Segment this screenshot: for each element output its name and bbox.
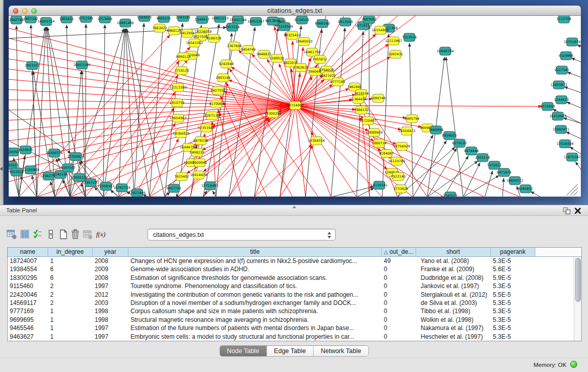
- float-panel-icon[interactable]: [563, 207, 571, 214]
- table-cell[interactable]: Estimation of significance thresholds fo…: [128, 274, 382, 282]
- graph-edge[interactable]: [571, 58, 581, 62]
- window-titlebar[interactable]: citations_edges.txt: [9, 6, 581, 16]
- graph-edge[interactable]: [165, 23, 183, 196]
- graph-node[interactable]: 9777169: [331, 78, 345, 86]
- column-header-pagerank[interactable]: pagerank: [491, 248, 535, 256]
- graph-node[interactable]: 9397587: [61, 164, 76, 172]
- table-row[interactable]: 911546021997Tourette syndrome. Phenomeno…: [8, 282, 581, 290]
- table-cell[interactable]: Nakamura et al. (1997): [416, 324, 491, 332]
- table-cell[interactable]: Tourette syndrome. Phenomenology and cla…: [128, 282, 382, 290]
- table-row[interactable]: 969969511998Structural magnetic resonanc…: [8, 316, 581, 324]
- graph-edge[interactable]: [503, 178, 504, 196]
- network-canvas[interactable]: 1872400720427881687342140557241905411875…: [9, 16, 581, 196]
- graph-node[interactable]: 1733426: [394, 185, 408, 193]
- table-cell[interactable]: 2009: [93, 265, 128, 273]
- table-cell[interactable]: 5.3E-5: [491, 282, 535, 290]
- graph-node[interactable]: 16648784: [437, 47, 453, 55]
- graph-node[interactable]: 2042788: [9, 16, 24, 24]
- table-cell[interactable]: 1: [48, 333, 93, 341]
- graph-node[interactable]: 10851233: [211, 16, 228, 23]
- graph-node[interactable]: 8471676: [497, 168, 512, 177]
- graph-node[interactable]: 4170063: [209, 100, 224, 108]
- graph-node[interactable]: 17359924: [67, 152, 84, 161]
- delete-table-icon[interactable]: [70, 229, 82, 241]
- table-cell[interactable]: Hescheler et al. (1997): [416, 333, 491, 341]
- table-cell[interactable]: 2: [48, 282, 93, 290]
- graph-edge[interactable]: [119, 29, 125, 196]
- table-cell[interactable]: Dudbridge et al. (2008): [416, 274, 491, 282]
- graph-edge[interactable]: [9, 69, 295, 105]
- graph-node[interactable]: 13958187: [97, 182, 114, 190]
- graph-node[interactable]: 1245011: [443, 192, 458, 196]
- graph-node[interactable]: 1640954: [429, 126, 444, 134]
- graph-node[interactable]: 9890123: [176, 53, 191, 61]
- graph-edge[interactable]: [9, 90, 295, 105]
- graph-node[interactable]: 7532621: [487, 161, 502, 169]
- graph-edge[interactable]: [218, 110, 242, 196]
- graph-edge[interactable]: [254, 144, 312, 196]
- graph-node[interactable]: 7986372: [354, 106, 369, 114]
- graph-node[interactable]: 10654112: [506, 177, 523, 185]
- network-window[interactable]: citations_edges.txt 18724007204278816873…: [9, 6, 581, 197]
- graph-node[interactable]: 10688609: [365, 128, 382, 137]
- table-cell[interactable]: 0: [382, 324, 416, 332]
- table-cell[interactable]: 2: [48, 299, 93, 307]
- table-cell[interactable]: 5.6E-5: [491, 265, 535, 273]
- table-cell[interactable]: 0: [382, 316, 416, 324]
- table-cell[interactable]: 2008: [93, 257, 128, 265]
- graph-edge[interactable]: [231, 67, 295, 105]
- table-row[interactable]: 2242004622012Investigating the contribut…: [8, 291, 581, 299]
- graph-node[interactable]: 17016504: [556, 140, 573, 148]
- table-row[interactable]: 946554611997Estimation of the future num…: [8, 324, 581, 332]
- close-panel-icon[interactable]: [574, 207, 581, 214]
- graph-edge[interactable]: [531, 191, 541, 196]
- graph-node[interactable]: 20691406: [117, 19, 134, 27]
- graph-node[interactable]: 8813054: [266, 17, 280, 25]
- graph-node[interactable]: 1362615: [294, 63, 309, 72]
- graph-node[interactable]: 1588520: [270, 54, 285, 62]
- graph-node[interactable]: 2243161: [176, 16, 191, 21]
- graph-edge[interactable]: [9, 59, 295, 105]
- table-cell[interactable]: 5.3E-5: [491, 333, 535, 341]
- table-cell[interactable]: 14569117: [8, 299, 48, 307]
- graph-node[interactable]: 16554923: [398, 127, 415, 135]
- resize-grip-icon[interactable]: [567, 184, 578, 195]
- table-cell[interactable]: 2012: [93, 291, 128, 299]
- table-cell[interactable]: 1: [48, 307, 93, 315]
- graph-node[interactable]: 10653267: [247, 17, 264, 26]
- table-cell[interactable]: 1997: [93, 282, 128, 290]
- column-header-short[interactable]: short: [416, 248, 491, 256]
- table-cell[interactable]: 5.3E-5: [491, 257, 535, 265]
- create-column-icon[interactable]: [6, 229, 18, 241]
- table-cell[interactable]: 18724007: [8, 257, 48, 265]
- graph-node[interactable]: 9657791: [167, 184, 182, 192]
- graph-node[interactable]: 9184067: [379, 149, 394, 158]
- graph-node[interactable]: 1544922: [137, 16, 152, 21]
- graph-node[interactable]: 20206576: [46, 149, 62, 157]
- tab-network-table[interactable]: Network Table: [313, 346, 368, 356]
- table-cell[interactable]: 1997: [93, 324, 128, 332]
- table-cell[interactable]: 2003: [93, 299, 128, 307]
- graph-edge[interactable]: [9, 49, 295, 105]
- graph-node[interactable]: 2687682: [362, 16, 377, 24]
- table-cell[interactable]: 18300295: [8, 274, 48, 282]
- graph-node[interactable]: 6966160: [315, 19, 330, 28]
- graph-edge[interactable]: [566, 132, 581, 139]
- graph-node[interactable]: 8267130: [205, 112, 220, 120]
- graph-edge[interactable]: [567, 102, 581, 108]
- graph-node[interactable]: 1609948: [192, 159, 207, 167]
- table-cell[interactable]: 9115460: [8, 282, 48, 290]
- vertical-scrollbar[interactable]: [574, 257, 581, 341]
- graph-node[interactable]: 1687342: [24, 16, 38, 23]
- table-cell[interactable]: 22420046: [8, 291, 48, 299]
- table-cell[interactable]: 1: [48, 316, 93, 324]
- table-cell[interactable]: Jankovic et al. (1997): [416, 282, 491, 290]
- graph-node[interactable]: 12093872: [550, 81, 567, 89]
- graph-node[interactable]: 1905411: [59, 16, 74, 23]
- graph-node[interactable]: 1498222: [190, 148, 205, 157]
- table-cell[interactable]: 2: [48, 291, 93, 299]
- table-cell[interactable]: Investigating the contribution of common…: [128, 291, 382, 299]
- graph-node[interactable]: 7625402: [175, 172, 189, 181]
- graph-node[interactable]: 12213967: [385, 37, 402, 45]
- column-header-year[interactable]: year: [93, 248, 128, 256]
